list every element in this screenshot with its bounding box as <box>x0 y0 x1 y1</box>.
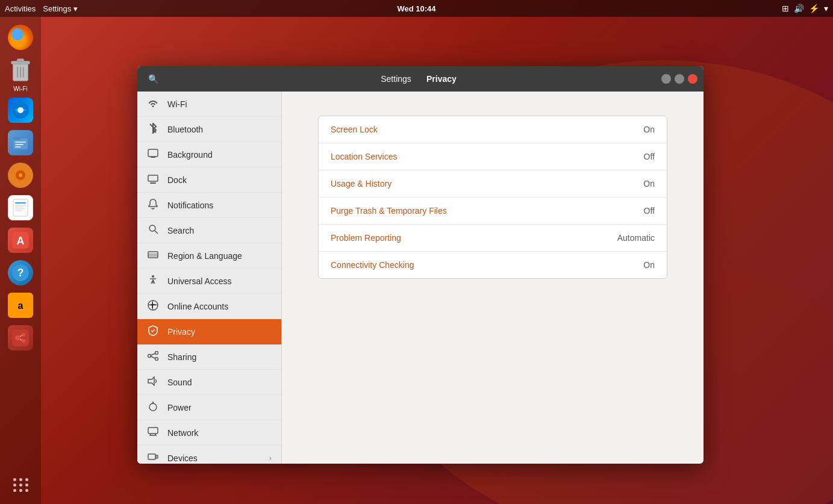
sidebar-power-label: Power <box>167 403 272 412</box>
background-icon <box>147 149 159 161</box>
sidebar-item-devices[interactable]: Devices › <box>137 446 281 464</box>
purge-trash-value: Off <box>644 206 655 216</box>
privacy-row-purge-trash[interactable]: Purge Trash & Temporary Files Off <box>319 198 667 225</box>
network-icon[interactable]: ⊞ <box>782 4 789 13</box>
sidebar-privacy-label: Privacy <box>167 327 272 337</box>
volume-icon[interactable]: 🔊 <box>794 4 804 13</box>
panel-title: Privacy <box>426 74 457 84</box>
power-icon[interactable]: ⚡ <box>809 4 819 13</box>
svg-rect-20 <box>15 205 26 206</box>
sidebar-item-sound[interactable]: Sound <box>137 370 281 395</box>
dock-item-trash[interactable]: Wi-Fi <box>6 55 35 92</box>
dock: Wi-Fi <box>0 17 41 504</box>
svg-point-17 <box>19 173 22 177</box>
svg-line-51 <box>151 356 155 358</box>
svg-rect-13 <box>15 144 23 145</box>
search-icon <box>147 224 159 237</box>
sidebar-item-universal-access[interactable]: Universal Access <box>137 269 281 294</box>
privacy-icon <box>147 325 159 338</box>
svg-line-41 <box>155 231 158 234</box>
svg-rect-19 <box>15 202 26 204</box>
activities-button[interactable]: Activities <box>5 4 36 13</box>
thunderbird-icon <box>8 98 33 123</box>
topbar-right: ⊞ 🔊 ⚡ ▾ <box>782 4 828 13</box>
svg-rect-37 <box>151 157 155 158</box>
dock-item-writer[interactable] <box>6 193 35 222</box>
topbar-left: Activities Settings ▾ <box>5 4 78 13</box>
svg-rect-4 <box>17 59 24 62</box>
sidebar-universal-access-label: Universal Access <box>167 276 272 286</box>
dock-item-appstore[interactable]: A <box>6 226 35 255</box>
privacy-row-problem-reporting[interactable]: Problem Reporting Automatic <box>319 225 667 252</box>
dock-icon <box>147 174 159 186</box>
firefox-icon <box>8 25 33 50</box>
location-services-value: Off <box>644 152 655 161</box>
svg-point-32 <box>22 333 25 337</box>
maximize-button[interactable] <box>675 74 684 84</box>
close-button[interactable] <box>688 74 697 84</box>
privacy-row-connectivity-checking[interactable]: Connectivity Checking On <box>319 252 667 278</box>
window-titlebar: 🔍 Settings Privacy <box>137 66 704 92</box>
privacy-row-screen-lock[interactable]: Screen Lock On <box>319 116 667 143</box>
sound-icon <box>8 163 33 188</box>
svg-rect-60 <box>156 455 158 458</box>
sidebar-item-privacy[interactable]: Privacy <box>137 319 281 344</box>
sidebar-item-region[interactable]: Region & Language <box>137 243 281 269</box>
amazon-icon: a <box>8 293 33 318</box>
sidebar-item-sharing[interactable]: Sharing <box>137 344 281 370</box>
help-icon: ? <box>8 260 33 285</box>
online-accounts-icon <box>147 300 159 313</box>
sharing-icon <box>147 351 159 363</box>
svg-marker-52 <box>148 377 154 385</box>
sidebar-item-bluetooth[interactable]: Bluetooth <box>137 117 281 142</box>
universal-access-icon <box>147 275 159 288</box>
sidebar-item-network[interactable]: Network <box>137 420 281 446</box>
sidebar-search-label: Search <box>167 226 272 235</box>
power-icon <box>147 401 159 414</box>
dock-item-sound[interactable] <box>6 161 35 190</box>
connectivity-checking-value: On <box>643 260 655 270</box>
sidebar-item-background[interactable]: Background <box>137 142 281 167</box>
dock-item-synaptic[interactable] <box>6 323 35 352</box>
usage-history-value: On <box>643 179 655 188</box>
dock-item-amazon[interactable]: a <box>6 291 35 320</box>
writer-icon <box>8 195 33 220</box>
settings-menu-button[interactable]: Settings ▾ <box>43 4 78 13</box>
sidebar-item-search[interactable]: Search <box>137 218 281 243</box>
network-sidebar-icon <box>147 427 159 439</box>
sidebar-item-dock[interactable]: Dock <box>137 167 281 193</box>
synaptic-icon <box>8 325 33 350</box>
svg-rect-21 <box>15 207 23 208</box>
notifications-icon <box>147 199 159 212</box>
privacy-row-location-services[interactable]: Location Services Off <box>319 143 667 170</box>
sidebar-online-accounts-label: Online Accounts <box>167 302 272 311</box>
svg-text:a: a <box>18 300 23 311</box>
sidebar-dock-label: Dock <box>167 175 272 185</box>
privacy-row-usage-history[interactable]: Usage & History On <box>319 170 667 198</box>
sidebar-network-label: Network <box>167 428 272 438</box>
system-menu-arrow-icon[interactable]: ▾ <box>824 4 828 13</box>
topbar: Activities Settings ▾ Wed 10:44 ⊞ 🔊 ⚡ ▾ <box>0 0 833 17</box>
settings-window: 🔍 Settings Privacy Wi-Fi B <box>137 66 704 464</box>
svg-rect-38 <box>148 175 158 181</box>
screen-lock-label: Screen Lock <box>331 125 378 134</box>
problem-reporting-label: Problem Reporting <box>331 233 401 243</box>
app-grid-button[interactable] <box>0 478 41 492</box>
sidebar-devices-label: Devices <box>167 453 261 463</box>
appstore-icon: A <box>8 228 33 253</box>
purge-trash-label: Purge Trash & Temporary Files <box>331 206 447 216</box>
svg-rect-22 <box>15 208 25 210</box>
minimize-button[interactable] <box>661 74 671 84</box>
sidebar-item-power[interactable]: Power <box>137 395 281 420</box>
sidebar-item-wifi[interactable]: Wi-Fi <box>137 92 281 117</box>
connectivity-checking-label: Connectivity Checking <box>331 260 414 270</box>
files-icon <box>8 130 33 155</box>
sidebar-item-online-accounts[interactable]: Online Accounts <box>137 294 281 319</box>
sidebar-item-notifications[interactable]: Notifications <box>137 193 281 218</box>
dock-item-files[interactable] <box>6 128 35 157</box>
privacy-panel: Screen Lock On Location Services Off Usa… <box>282 92 704 464</box>
dock-item-help[interactable]: ? <box>6 258 35 287</box>
dock-item-thunderbird[interactable] <box>6 96 35 125</box>
svg-rect-39 <box>150 182 156 184</box>
dock-item-firefox[interactable] <box>6 23 35 52</box>
